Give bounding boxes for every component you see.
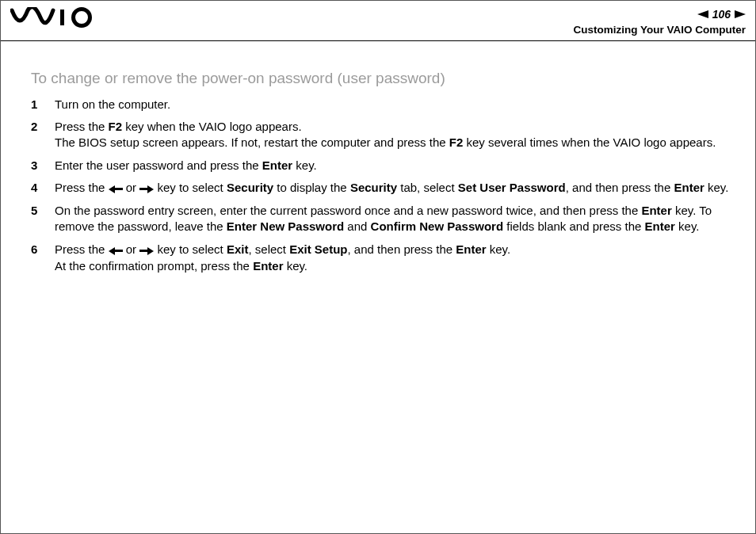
step-text: Enter the user password and press the	[55, 158, 262, 172]
step-6: Press the or key to select Exit, select …	[31, 242, 733, 275]
step-text: Turn on the computer.	[55, 97, 170, 111]
header-right: 106 Customizing Your VAIO Computer	[573, 7, 746, 37]
key-name: Enter	[674, 181, 704, 194]
step-text: The BIOS setup screen appears. If not, r…	[55, 135, 449, 149]
step-text: key.	[292, 158, 317, 172]
step-text: At the confirmation prompt, press the	[55, 259, 253, 273]
svg-rect-0	[60, 10, 64, 25]
step-text: , and then press the	[566, 181, 674, 194]
step-text: Press the	[55, 242, 109, 256]
steps-list: Turn on the computer. Press the F2 key w…	[31, 97, 733, 274]
ui-term: Security	[227, 181, 273, 194]
step-5: On the password entry screen, enter the …	[31, 203, 733, 235]
step-text: key.	[283, 259, 307, 273]
svg-point-1	[74, 10, 90, 26]
left-arrow-icon	[109, 181, 123, 196]
right-arrow-icon	[139, 242, 154, 258]
step-text: and	[344, 219, 370, 233]
step-text: or	[123, 181, 140, 194]
ui-term: Security	[350, 181, 397, 194]
content-area: To change or remove the power-on passwor…	[1, 41, 755, 296]
step-text: key when the VAIO logo appears.	[122, 120, 302, 133]
vaio-logo	[10, 7, 97, 28]
key-name: Enter	[456, 242, 486, 256]
key-name: F2	[109, 120, 123, 133]
key-name: Enter	[645, 219, 675, 233]
step-text: , select	[248, 242, 289, 256]
step-text: key several times when the VAIO logo app…	[463, 135, 716, 149]
key-name: Enter	[641, 204, 671, 217]
page-heading: To change or remove the power-on passwor…	[31, 68, 733, 89]
step-text: Press the	[55, 181, 109, 194]
step-text: tab, select	[397, 181, 458, 194]
key-name: Enter	[253, 259, 283, 273]
step-2: Press the F2 key when the VAIO logo appe…	[31, 119, 733, 151]
step-4: Press the or key to select Security to d…	[31, 180, 733, 196]
section-title: Customizing Your VAIO Computer	[573, 23, 746, 37]
ui-term: Enter New Password	[227, 219, 344, 233]
ui-term: Exit Setup	[289, 242, 347, 256]
step-text: key.	[704, 181, 729, 194]
step-text: to display the	[273, 181, 350, 194]
step-1: Turn on the computer.	[31, 97, 733, 113]
prev-page-arrow-icon[interactable]	[697, 10, 708, 18]
ui-term: Set User Password	[458, 181, 566, 194]
header-bar: 106 Customizing Your VAIO Computer	[1, 1, 755, 41]
left-arrow-icon	[109, 242, 123, 258]
right-arrow-icon	[139, 181, 154, 196]
key-name: F2	[449, 135, 464, 149]
step-text: , and then press the	[348, 242, 456, 256]
step-text: Press the	[55, 120, 109, 133]
next-page-arrow-icon[interactable]	[735, 10, 746, 18]
step-text: key to select	[154, 181, 227, 194]
ui-term: Confirm New Password	[371, 219, 504, 233]
page: 106 Customizing Your VAIO Computer To ch…	[0, 0, 756, 534]
step-3: Enter the user password and press the En…	[31, 158, 733, 174]
page-number: 106	[712, 7, 731, 22]
step-text: fields blank and press the	[503, 219, 644, 233]
step-text: key.	[487, 242, 511, 256]
key-name: Enter	[262, 158, 292, 172]
step-text: key to select	[154, 242, 227, 256]
ui-term: Exit	[227, 242, 249, 256]
step-text: key.	[675, 219, 700, 233]
page-nav: 106	[573, 7, 746, 22]
step-text: or	[123, 242, 140, 256]
step-text: On the password entry screen, enter the …	[55, 204, 641, 217]
